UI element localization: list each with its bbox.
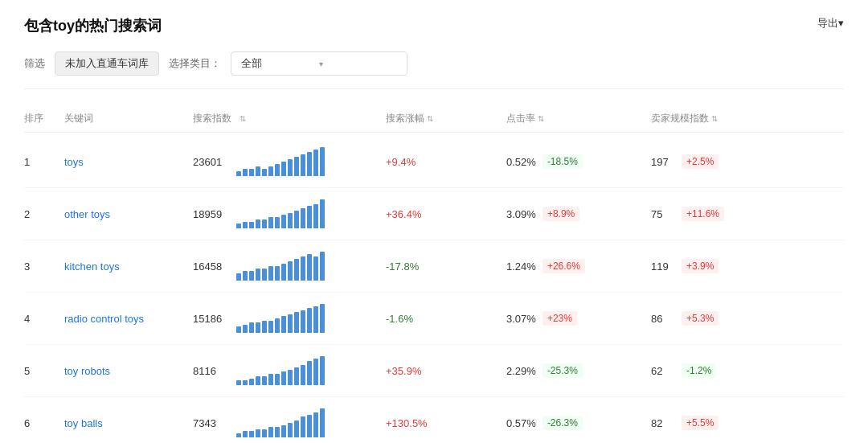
bar bbox=[256, 219, 260, 228]
rise-value: +36.4% bbox=[386, 208, 421, 220]
bar bbox=[320, 408, 325, 437]
ctr-value: 1.24% bbox=[506, 260, 536, 273]
bar bbox=[320, 252, 325, 281]
search-index-cell: 7343 bbox=[193, 408, 386, 437]
col-search-rise-header[interactable]: 搜索涨幅 ⇅ bbox=[386, 112, 506, 125]
ctr-cell: 0.52% -18.5% bbox=[506, 154, 651, 169]
bar bbox=[313, 204, 318, 228]
sort-icon-ctr: ⇅ bbox=[538, 114, 544, 123]
keyword-link[interactable]: radio control toys bbox=[64, 313, 144, 325]
bar bbox=[275, 266, 280, 281]
bar bbox=[288, 213, 293, 228]
bar bbox=[268, 427, 273, 437]
bar bbox=[268, 217, 273, 228]
bar-chart bbox=[236, 199, 325, 228]
bar bbox=[320, 147, 325, 176]
ctr-badge: -18.5% bbox=[542, 154, 583, 169]
search-num: 23601 bbox=[193, 156, 228, 168]
ctr-value: 3.07% bbox=[506, 313, 536, 325]
bar bbox=[249, 322, 254, 333]
bar bbox=[256, 429, 260, 437]
seller-index-label: 卖家规模指数 bbox=[651, 112, 709, 125]
ctr-cell: 3.07% +23% bbox=[506, 311, 651, 326]
keyword-cell: toys bbox=[64, 156, 193, 168]
seller-index-badge: +3.9% bbox=[682, 259, 719, 273]
bar bbox=[301, 208, 305, 228]
filter-not-in-train-button[interactable]: 未加入直通车词库 bbox=[55, 51, 159, 76]
ctr-cell: 3.09% +8.9% bbox=[506, 207, 651, 221]
bar bbox=[275, 164, 280, 176]
bar bbox=[320, 356, 325, 385]
keyword-link[interactable]: toy robots bbox=[64, 365, 110, 377]
bar bbox=[294, 420, 299, 437]
bar bbox=[268, 374, 273, 385]
bar bbox=[268, 321, 273, 333]
ctr-value: 2.29% bbox=[506, 365, 536, 377]
ctr-badge: +26.6% bbox=[542, 259, 585, 273]
search-index-label: 搜索指数 bbox=[193, 112, 231, 125]
bar bbox=[313, 256, 318, 281]
search-index-cell: 8116 bbox=[193, 356, 386, 385]
seller-index-badge: +5.3% bbox=[682, 311, 719, 326]
search-num: 7343 bbox=[193, 417, 228, 429]
bar bbox=[249, 169, 254, 176]
ctr-cell: 2.29% -25.3% bbox=[506, 363, 651, 378]
ctr-badge: +23% bbox=[542, 311, 577, 326]
bar bbox=[288, 423, 293, 437]
bar bbox=[313, 412, 318, 437]
seller-index-value: 86 bbox=[651, 313, 675, 325]
search-num: 8116 bbox=[193, 365, 228, 377]
bar bbox=[249, 431, 254, 437]
bar bbox=[243, 271, 248, 281]
search-rise-cell: +36.4% bbox=[386, 208, 506, 220]
ctr-value: 0.57% bbox=[506, 417, 536, 429]
col-ctr-header[interactable]: 点击率 ⇅ bbox=[506, 112, 651, 125]
sort-icon-seller-index: ⇅ bbox=[711, 114, 718, 123]
seller-index-cell: 82 +5.5% bbox=[651, 416, 796, 430]
bar bbox=[262, 269, 267, 281]
rank-cell: 5 bbox=[24, 365, 64, 377]
bar bbox=[256, 376, 260, 385]
bar bbox=[307, 206, 312, 228]
keyword-link[interactable]: toy balls bbox=[64, 417, 103, 429]
bar bbox=[262, 321, 267, 333]
ctr-value: 0.52% bbox=[506, 156, 536, 168]
rise-value: -1.6% bbox=[386, 313, 413, 325]
col-rank-header: 排序 bbox=[24, 112, 64, 125]
keyword-link[interactable]: kitchen toys bbox=[64, 260, 120, 273]
rank-cell: 3 bbox=[24, 260, 64, 273]
search-rise-cell: +9.4% bbox=[386, 156, 506, 168]
bar bbox=[243, 431, 248, 437]
seller-index-cell: 119 +3.9% bbox=[651, 259, 796, 273]
search-rise-cell: +35.9% bbox=[386, 365, 506, 377]
search-index-cell: 23601 bbox=[193, 147, 386, 176]
bar bbox=[288, 314, 293, 333]
category-select[interactable]: 全部 ▾ bbox=[231, 51, 407, 76]
bar bbox=[288, 159, 293, 176]
bar bbox=[262, 376, 267, 385]
sort-icon-search-index: ⇅ bbox=[240, 114, 246, 123]
bar bbox=[256, 322, 260, 333]
bar bbox=[262, 219, 267, 228]
export-button[interactable]: 导出▾ bbox=[817, 16, 844, 31]
rise-value: +35.9% bbox=[386, 365, 421, 377]
bar bbox=[313, 359, 318, 385]
bar bbox=[301, 365, 305, 385]
seller-index-value: 75 bbox=[651, 208, 675, 220]
search-rise-cell: +130.5% bbox=[386, 417, 506, 429]
bar bbox=[301, 154, 305, 176]
keyword-cell: other toys bbox=[64, 208, 193, 220]
col-keyword-header: 关键词 bbox=[64, 112, 193, 125]
seller-index-cell: 75 +11.6% bbox=[651, 207, 796, 221]
bar bbox=[275, 427, 280, 437]
table-row: 2 other toys 18959 +36.4% 3.09% +8.9% 75… bbox=[24, 188, 844, 240]
col-seller-index-header[interactable]: 卖家规模指数 ⇅ bbox=[651, 112, 796, 125]
keyword-link[interactable]: other toys bbox=[64, 208, 110, 220]
table-row: 4 radio control toys 15186 -1.6% 3.07% +… bbox=[24, 293, 844, 345]
filter-bar: 筛选 未加入直通车词库 选择类目： 全部 ▾ bbox=[24, 51, 844, 89]
table-row: 5 toy robots 8116 +35.9% 2.29% -25.3% 62… bbox=[24, 345, 844, 397]
col-search-index-header[interactable]: 搜索指数 ⇅ bbox=[193, 112, 386, 125]
seller-index-badge: -1.2% bbox=[682, 363, 716, 378]
ctr-badge: -25.3% bbox=[542, 363, 583, 378]
keyword-link[interactable]: toys bbox=[64, 156, 84, 168]
